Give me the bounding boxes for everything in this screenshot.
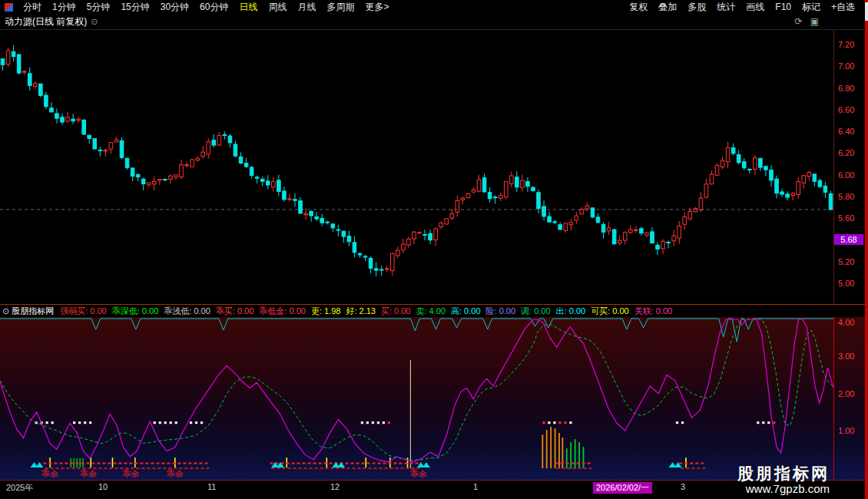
indicator-stat-4: 乖买: 0.00 <box>216 306 254 316</box>
indicator-stat-11: 险: 0.00 <box>486 306 516 316</box>
period-item-9[interactable]: 月线 <box>292 0 321 14</box>
tool-item-6[interactable]: F10 <box>770 0 797 14</box>
app-logo-icon[interactable] <box>5 3 13 12</box>
indicator-stat-14: 可买: 0.00 <box>591 306 629 316</box>
tool-item-8[interactable]: +自选 <box>826 0 860 14</box>
window-layout-icon[interactable]: ▣ <box>810 14 819 29</box>
price-axis-label: 7.20 <box>838 40 854 49</box>
time-axis-label: 11 <box>207 482 216 491</box>
watermark: 股朋指标网 www.7gpzb.com <box>737 464 830 495</box>
indicator-panel: 乖余乖余乖余乖余乖余 4.003.002.001.00 <box>0 317 868 480</box>
svg-text:乖余: 乖余 <box>410 469 427 478</box>
tool-item-1[interactable]: 复权 <box>624 0 653 14</box>
period-item-10[interactable]: 多周期 <box>321 0 359 14</box>
watermark-url: www.7gpzb.com <box>737 482 830 495</box>
period-item-5[interactable]: 30分钟 <box>155 0 194 14</box>
oscillator-plot[interactable]: 乖余乖余乖余乖余乖余 <box>0 317 833 480</box>
svg-text:乖余: 乖余 <box>167 469 184 478</box>
period-item-7[interactable]: 日线 <box>234 0 263 14</box>
dot-markers <box>35 421 776 424</box>
title-actions: ⟳ ▣ <box>795 14 819 29</box>
period-item-4[interactable]: 15分钟 <box>115 0 154 14</box>
top-toolbar: 分时1分钟5分钟15分钟30分钟60分钟日线周线月线多周期更多> 复权叠加多股统… <box>0 0 868 14</box>
price-axis: 7.207.006.806.606.406.206.005.805.605.40… <box>833 30 865 304</box>
indicator-title: 股朋指标网 <box>12 305 54 318</box>
indicator-stat-8: 买: 0.00 <box>381 306 411 316</box>
price-axis-label: 5.80 <box>838 192 854 201</box>
price-axis-label: 6.60 <box>838 105 854 114</box>
tool-item-3[interactable]: 多股 <box>682 0 711 14</box>
indicator-stat-9: 卖: 4.00 <box>416 306 446 316</box>
time-axis-label: 12 <box>330 482 340 491</box>
signal-line-green <box>0 319 833 460</box>
oscillator-line-magenta <box>0 319 833 462</box>
indicator-stat-7: 好: 2.13 <box>346 306 376 316</box>
refresh-icon[interactable]: ⟳ <box>795 14 803 29</box>
price-axis-label: 6.00 <box>838 170 854 180</box>
period-item-3[interactable]: 5分钟 <box>81 0 116 14</box>
indicator-axis-label: 4.00 <box>838 318 854 327</box>
tool-item-7[interactable]: 标记 <box>797 0 826 14</box>
indicator-stat-6: 更: 1.98 <box>311 306 341 316</box>
indicator-stat-12: 调: 0.00 <box>521 306 551 316</box>
time-axis-label: 10 <box>98 482 108 491</box>
indicator-stat-1: 强弱买: 0.00 <box>60 306 107 316</box>
period-item-11[interactable]: 更多> <box>359 0 394 14</box>
cyan-signal-line <box>0 319 833 342</box>
red-dash-rows <box>43 463 705 470</box>
period-item-1[interactable]: 分时 <box>18 0 47 14</box>
tool-item-4[interactable]: 统计 <box>711 0 740 14</box>
indicator-stat-13: 出: 0.00 <box>556 306 586 316</box>
time-axis-label: 3 <box>681 482 685 491</box>
chart-title-bar: 动力源(日线 前复权) ⊙ ⟳ ▣ <box>0 14 868 29</box>
time-axis-label: 2025年 <box>6 482 33 494</box>
tool-item-2[interactable]: 叠加 <box>653 0 682 14</box>
price-axis-label: 7.00 <box>838 61 854 71</box>
price-axis-label: 6.80 <box>838 84 854 93</box>
indicator-stats: 强弱买: 0.00乖深低: 0.00乖浅低: 0.00乖买: 0.00乖低金: … <box>60 305 678 318</box>
flag-labels: 乖余乖余乖余乖余乖余 <box>41 469 427 478</box>
tool-item-5[interactable]: 画线 <box>740 0 770 14</box>
candlestick-plot[interactable] <box>0 30 833 305</box>
last-price-tag: 5.68 <box>834 234 863 245</box>
down-candles <box>1 45 833 276</box>
main-chart-area: 7.207.006.806.606.406.206.005.805.605.40… <box>0 29 868 304</box>
scrollbar-thumb[interactable] <box>865 2 868 21</box>
indicator-stat-3: 乖浅低: 0.00 <box>164 306 210 316</box>
price-axis-label: 6.20 <box>838 148 854 157</box>
indicator-axis-label: 3.00 <box>838 352 854 361</box>
time-axis-marked-date: 2026/02/02/一 <box>593 482 652 494</box>
svg-text:乖余: 乖余 <box>41 469 58 478</box>
period-item-2[interactable]: 1分钟 <box>47 0 81 14</box>
tools-menu: 复权叠加多股统计画线F10标记+自选 <box>624 0 860 14</box>
indicator-axis: 4.003.002.001.00 <box>833 317 865 480</box>
title-dropdown-icon[interactable]: ⊙ <box>91 17 98 27</box>
svg-text:乖余: 乖余 <box>80 469 97 478</box>
period-item-8[interactable]: 周线 <box>263 0 292 14</box>
indicator-axis-label: 1.00 <box>838 426 854 435</box>
price-axis-label: 5.00 <box>838 279 854 288</box>
indicator-stat-2: 乖深低: 0.00 <box>112 306 159 316</box>
chart-title: 动力源(日线 前复权) <box>5 15 87 28</box>
period-menu: 分时1分钟5分钟15分钟30分钟60分钟日线周线月线多周期更多> <box>3 0 394 14</box>
right-scrollbar[interactable] <box>865 0 868 499</box>
indicator-header: ⊙ 股朋指标网 强弱买: 0.00乖深低: 0.00乖浅低: 0.00乖买: 0… <box>0 304 868 317</box>
indicator-axis-label: 2.00 <box>838 389 854 398</box>
indicator-stat-15: 关联: 0.00 <box>634 306 673 316</box>
price-axis-label: 5.60 <box>838 213 854 223</box>
period-item-6[interactable]: 60分钟 <box>194 0 234 14</box>
price-axis-label: 5.20 <box>838 257 854 266</box>
svg-text:乖余: 乖余 <box>122 469 139 478</box>
indicator-collapse-icon[interactable]: ⊙ <box>2 305 9 318</box>
indicator-stat-5: 乖低金: 0.00 <box>259 306 306 316</box>
indicator-stat-10: 高: 0.00 <box>451 306 481 316</box>
watermark-brand: 股朋指标网 <box>737 464 830 482</box>
price-axis-label: 6.40 <box>838 127 854 136</box>
time-axis-label: 1 <box>473 482 478 491</box>
